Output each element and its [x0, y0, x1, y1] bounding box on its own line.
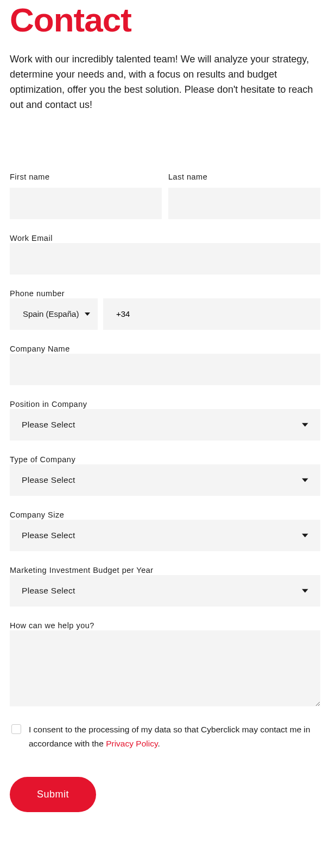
- phone-country-select[interactable]: Spain (España): [10, 298, 98, 330]
- position-select[interactable]: Please Select: [10, 409, 320, 441]
- company-name-label: Company Name: [10, 344, 70, 353]
- phone-country-value: Spain (España): [23, 309, 79, 318]
- email-label: Work Email: [10, 234, 53, 242]
- intro-paragraph: Work with our incredibly talented team! …: [10, 52, 314, 113]
- chevron-down-icon: [85, 312, 90, 316]
- contact-form: First name Last name Work Email Phone nu…: [10, 173, 320, 813]
- email-input[interactable]: [10, 243, 320, 275]
- budget-label: Marketing Investment Budget per Year: [10, 566, 154, 575]
- chevron-down-icon: [302, 478, 308, 482]
- size-select[interactable]: Please Select: [10, 520, 320, 551]
- chevron-down-icon: [302, 589, 308, 592]
- position-select-value: Please Select: [22, 420, 75, 430]
- first-name-label: First name: [10, 173, 162, 181]
- chevron-down-icon: [302, 533, 308, 537]
- size-select-value: Please Select: [22, 531, 75, 540]
- page-title: Contact: [10, 3, 320, 37]
- last-name-label: Last name: [168, 173, 320, 181]
- submit-button[interactable]: Submit: [10, 777, 96, 812]
- first-name-input[interactable]: [10, 188, 162, 219]
- consent-suffix: .: [158, 739, 160, 748]
- budget-select[interactable]: Please Select: [10, 575, 320, 607]
- size-label: Company Size: [10, 510, 64, 519]
- last-name-input[interactable]: [168, 188, 320, 219]
- help-textarea[interactable]: [10, 630, 320, 706]
- chevron-down-icon: [302, 423, 308, 426]
- phone-number-input[interactable]: [103, 298, 320, 330]
- budget-select-value: Please Select: [22, 586, 75, 596]
- type-select[interactable]: Please Select: [10, 464, 320, 496]
- type-select-value: Please Select: [22, 475, 75, 485]
- position-label: Position in Company: [10, 400, 87, 409]
- consent-text: I consent to the processing of my data s…: [29, 723, 319, 751]
- consent-checkbox[interactable]: [11, 724, 21, 734]
- type-label: Type of Company: [10, 455, 75, 464]
- help-label: How can we help you?: [10, 621, 94, 630]
- privacy-policy-link[interactable]: Privacy Policy: [106, 739, 157, 748]
- phone-label: Phone number: [10, 289, 65, 298]
- company-name-input[interactable]: [10, 354, 320, 385]
- consent-prefix: I consent to the processing of my data s…: [29, 725, 310, 748]
